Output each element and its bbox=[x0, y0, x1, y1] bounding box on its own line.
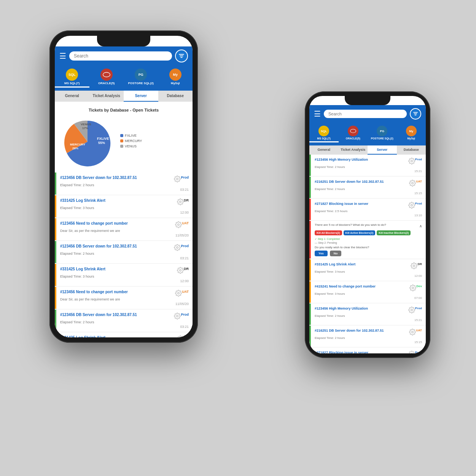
s-ticket-header-3: #271827 Blocking issue in server Prod bbox=[315, 202, 422, 209]
s-settings-icon-5 bbox=[409, 284, 416, 291]
filter-icon-large bbox=[178, 53, 185, 59]
s-ticket-item-4[interactable]: #331425 Log Shrink Alert DR Elapsed Time… bbox=[309, 259, 426, 281]
ticket-item-2[interactable]: #331425 Log Shrink Alert DR Elapsed Time… bbox=[55, 195, 193, 217]
cat-tab-server-large[interactable]: Server bbox=[124, 91, 158, 102]
cat-tab-server-small[interactable]: Server bbox=[368, 145, 397, 155]
ticket-item-6[interactable]: #123456 Need to change port number UAT D… bbox=[55, 287, 193, 309]
menu-icon-large[interactable]: ☰ bbox=[59, 51, 66, 61]
db-tab-mssql-large[interactable]: SQL MS SQL(7) bbox=[55, 67, 89, 88]
cat-tab-ticket-small[interactable]: Ticket Analysis bbox=[339, 145, 368, 155]
s-ticket-item-7[interactable]: #216251 DB Server down for 102.302.87.51… bbox=[309, 326, 426, 347]
filter-button-small[interactable] bbox=[410, 108, 421, 120]
s-ticket-item-1[interactable]: #123456 High Memory Utilization Prod Ela… bbox=[309, 155, 426, 176]
settings-icon-4 bbox=[174, 244, 181, 251]
blockers-panel-1: There are 5 no of blockers? What do you … bbox=[309, 221, 426, 259]
ticket-item-8[interactable]: #331425 Log Shrink Alert DR Elapsed Time… bbox=[55, 332, 193, 337]
ticket-item-4[interactable]: #123456 DB Server down for 102.302.87.51… bbox=[55, 241, 193, 263]
s-ticket-elapsed-6: Elapsed Time: 2 hours bbox=[315, 314, 422, 318]
s-ticket-time-3: 13:10 bbox=[315, 214, 422, 217]
phone-large: ☰ SQL MS SQL(7) bbox=[49, 30, 198, 343]
s-ticket-item-2[interactable]: #216251 DB Server down for 102.302.87.51… bbox=[309, 177, 426, 198]
cat-tab-database-large[interactable]: Database bbox=[158, 91, 193, 102]
kill-active-btn-1[interactable]: Kill Active Blockers(3) bbox=[344, 230, 376, 235]
db-tab-postgres-small[interactable]: PG POSTGRE SQL(2) bbox=[368, 124, 397, 142]
ticket-header-8: #331425 Log Shrink Alert DR bbox=[60, 335, 189, 337]
s-ticket-item-3[interactable]: #271827 Blocking issue in server Prod El… bbox=[309, 199, 426, 220]
s-ticket-title-4: #331425 Log Shrink Alert bbox=[315, 262, 411, 266]
s-ticket-item-5[interactable]: #415241 Need to change port number Dev E… bbox=[309, 281, 426, 303]
ticket-time-4: 03:21 bbox=[60, 256, 189, 260]
cat-tab-general-small[interactable]: General bbox=[309, 145, 339, 155]
oracle-icon-large bbox=[100, 69, 113, 81]
kill-all-btn-1[interactable]: Kill All Blockers(2) bbox=[315, 230, 342, 235]
cat-tabs-large: General Ticket Analysis Server Database bbox=[55, 91, 193, 102]
legend-dot-mercury bbox=[120, 139, 123, 142]
s-ticket-item-6[interactable]: #123456 High Memory Utilization Prod Ela… bbox=[309, 303, 426, 325]
search-input-large[interactable] bbox=[69, 51, 172, 61]
s-ticket-env-1: Prod bbox=[415, 158, 422, 161]
ticket-title-7: #123456 DB Server down for 102.302.87.51 bbox=[60, 313, 174, 317]
no-btn-1[interactable]: No bbox=[330, 251, 342, 256]
ticket-item-5[interactable]: #331425 Log Shrink Alert DR Elapsed Time… bbox=[55, 264, 193, 286]
cat-tab-general-large[interactable]: General bbox=[55, 91, 89, 102]
ticket-header-4: #123456 DB Server down for 102.302.87.51… bbox=[60, 244, 189, 251]
menu-icon-small[interactable]: ☰ bbox=[314, 109, 321, 118]
filter-button-large[interactable] bbox=[175, 50, 188, 62]
s-settings-icon-1 bbox=[408, 158, 415, 165]
step1-text-1: ✓ Step 1: Completed bbox=[315, 238, 422, 241]
db-tab-mysql-small[interactable]: My MySql bbox=[397, 124, 426, 142]
db-tab-oracle-small[interactable]: ORACLE(5) bbox=[339, 124, 368, 142]
cat-tab-ticket-large[interactable]: Ticket Analysis bbox=[89, 91, 124, 102]
settings-icon-1 bbox=[174, 176, 181, 182]
svg-text:MERCURY: MERCURY bbox=[70, 143, 86, 146]
ticket-item-3[interactable]: #123456 Need to change port number UAT D… bbox=[55, 218, 193, 240]
db-tab-postgres-large[interactable]: PG POSTGRE SQL(2) bbox=[124, 67, 158, 88]
ticket-env-4: Prod bbox=[181, 244, 189, 248]
legend-venus: VENUS bbox=[120, 144, 142, 148]
s-ticket-title-6: #123456 High Memory Utilization bbox=[315, 307, 408, 310]
settings-icon-3 bbox=[175, 221, 182, 228]
ticket-time-5: 12:00 bbox=[60, 279, 189, 283]
mysql-label-small: MySql bbox=[407, 137, 415, 140]
svg-point-25 bbox=[413, 265, 415, 267]
db-tab-mssql-small[interactable]: SQL MS SQL(7) bbox=[309, 124, 339, 142]
settings-icon-5 bbox=[177, 267, 184, 274]
settings-icon-7 bbox=[174, 313, 181, 319]
svg-text:17%: 17% bbox=[82, 126, 88, 130]
ticket-title-2: #331425 Log Shrink Alert bbox=[60, 198, 177, 203]
svg-rect-19 bbox=[414, 113, 417, 114]
s-ticket-item-8[interactable]: #271827 Blocking issue in server Prod El… bbox=[309, 348, 426, 353]
legend-label-fxlive: FXLIVE bbox=[125, 134, 137, 137]
svg-text:FXLIVE: FXLIVE bbox=[97, 137, 109, 141]
db-tab-mysql-large[interactable]: My MySql bbox=[158, 67, 193, 88]
s-ticket-time-1: 15:21 bbox=[315, 169, 422, 173]
svg-text:28%: 28% bbox=[72, 147, 78, 150]
legend-fxlive: FXLIVE bbox=[120, 134, 142, 137]
yes-btn-1[interactable]: Yes bbox=[315, 251, 328, 256]
svg-point-28 bbox=[412, 331, 414, 333]
svg-point-22 bbox=[411, 160, 413, 162]
s-ticket-header-1: #123456 High Memory Utilization Prod bbox=[315, 158, 422, 165]
oracle-svg-large bbox=[103, 72, 110, 78]
s-ticket-time-7: 15:15 bbox=[315, 340, 422, 344]
ticket-elapsed-3: Dear Sir, as per the requirement we are bbox=[60, 229, 189, 233]
mysql-icon-small: My bbox=[406, 126, 417, 136]
ticket-item-7[interactable]: #123456 DB Server down for 102.302.87.51… bbox=[55, 310, 193, 332]
s-settings-icon-8 bbox=[408, 351, 415, 353]
ticket-env-8: DR bbox=[184, 335, 189, 337]
s-ticket-env-2: UAT bbox=[416, 180, 422, 183]
ticket-item-1[interactable]: #123456 DB Server down for 102.302.87.51… bbox=[55, 173, 193, 195]
search-input-small[interactable] bbox=[324, 110, 407, 118]
db-tab-oracle-large[interactable]: ORACLE(5) bbox=[89, 67, 124, 88]
s-ticket-env-6: Prod bbox=[415, 307, 422, 310]
cat-tab-database-small[interactable]: Database bbox=[397, 145, 426, 155]
collapse-icon-1[interactable]: ∧ bbox=[419, 224, 422, 228]
notch-small bbox=[345, 96, 390, 105]
kill-inactive-btn-1[interactable]: Kill Inactive Blockers(2) bbox=[377, 230, 411, 235]
ticket-header-6: #123456 Need to change port number UAT bbox=[60, 290, 189, 297]
oracle-label-small: ORACLE(5) bbox=[346, 137, 360, 140]
ticket-title-1: #123456 DB Server down for 102.302.87.51 bbox=[60, 176, 174, 180]
ticket-title-5: #331425 Log Shrink Alert bbox=[60, 267, 177, 271]
chart-legend-large: FXLIVE MERCURY VENUS bbox=[120, 134, 142, 150]
svg-point-16 bbox=[177, 315, 178, 317]
